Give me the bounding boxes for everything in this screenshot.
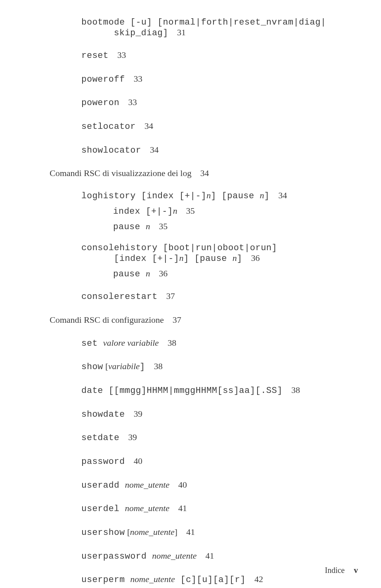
loghistory-page: 34: [278, 190, 287, 200]
usershow-prefix: usershow: [81, 528, 125, 538]
poweron-text: poweron: [81, 98, 119, 108]
section-config-page: 37: [173, 315, 181, 325]
index-page: 35: [186, 206, 195, 216]
loghistory-mid: ] [pause: [211, 191, 260, 201]
entry-poweron: poweron 33: [50, 96, 381, 109]
entry-show: show [variabile] 38: [50, 360, 381, 373]
page-content: bootmode [-u] [normal|forth|reset_nvram|…: [0, 0, 381, 588]
usershow-rbrak: ]: [175, 527, 177, 537]
reset-page: 33: [117, 50, 126, 60]
date-page: 38: [291, 385, 300, 395]
footer-label: Indice: [325, 566, 345, 575]
userdel-page: 41: [178, 503, 187, 513]
entry-date: date [[mmgg]HHMM|mmggHHMM[ss]aa][.SS] 38: [50, 384, 381, 397]
entry-setdate: setdate 39: [50, 431, 381, 444]
password-page: 40: [134, 456, 142, 466]
consolehistory-l2a: [index [+|-]: [114, 254, 179, 264]
entry-userdel: userdel nome_utente 41: [50, 502, 381, 515]
poweroff-text: poweroff: [81, 75, 125, 84]
show-prefix: show: [81, 362, 103, 372]
loghistory-n1: n: [206, 190, 211, 200]
setdate-text: setdate: [81, 433, 119, 443]
footer: Indice v: [325, 565, 358, 575]
usershow-lbrak: [: [125, 527, 130, 537]
showlocator-page: 34: [150, 145, 159, 155]
entry-bootmode: bootmode [-u] [normal|forth|reset_nvram|…: [50, 17, 381, 38]
showlocator-text: showlocator: [81, 146, 141, 155]
userperm-prefix: userperm: [81, 575, 130, 585]
consolehistory-l2n2: n: [233, 253, 237, 263]
poweron-page: 33: [128, 97, 137, 107]
setdate-page: 39: [128, 432, 137, 442]
useradd-prefix: useradd: [81, 481, 125, 490]
set-prefix: set: [81, 339, 103, 349]
entry-pause2: pause n 36: [81, 268, 381, 279]
loghistory-prefix: loghistory [index [+|-]: [81, 191, 206, 201]
section-config-text: Comandi RSC di configurazione: [50, 315, 164, 325]
pause2-prefix: pause: [113, 269, 146, 279]
entry-pause1: pause n 35: [81, 221, 381, 232]
show-rbrak: ]: [140, 362, 145, 372]
entry-index: index [+|-]n 35: [81, 206, 381, 216]
entry-reset: reset 33: [50, 49, 381, 62]
entry-userpassword: userpassword nome_utente 41: [50, 550, 381, 563]
show-args: variabile: [108, 361, 140, 371]
showdate-page: 39: [134, 409, 142, 419]
entry-consolehistory: consolehistory [boot|run|oboot|orun] [in…: [50, 243, 381, 279]
entry-userperm: userperm nome_utente [c][u][a][r] 42: [50, 573, 381, 586]
consolehistory-page: 36: [251, 253, 260, 263]
consolehistory-l2b: ] [pause: [183, 254, 232, 264]
entry-poweroff: poweroff 33: [50, 73, 381, 86]
userpassword-prefix: userpassword: [81, 552, 152, 561]
userperm-suffix: [c][u][a][r]: [175, 575, 246, 585]
entry-set: set valore variabile 38: [50, 337, 381, 350]
entry-showlocator: showlocator 34: [50, 144, 381, 157]
setlocator-text: setlocator: [81, 122, 136, 132]
pause1-n: n: [146, 221, 150, 231]
index-prefix: index [+|-]: [113, 207, 173, 216]
loghistory-suffix: ]: [264, 191, 269, 201]
section-log-page: 34: [200, 168, 209, 178]
show-page: 38: [154, 361, 163, 371]
setlocator-page: 34: [144, 121, 153, 131]
password-text: password: [81, 457, 125, 467]
entry-useradd: useradd nome_utente 40: [50, 479, 381, 492]
userpassword-args: nome_utente: [152, 551, 196, 561]
entry-setlocator: setlocator 34: [50, 120, 381, 133]
bootmode-line2: skip_diag]: [114, 28, 168, 38]
bootmode-line1: bootmode [-u] [normal|forth|reset_nvram|…: [81, 17, 326, 27]
set-args: valore variabile: [103, 338, 159, 348]
consolehistory-line1: consolehistory [boot|run|oboot|orun]: [81, 243, 277, 253]
showdate-text: showdate: [81, 410, 125, 419]
usershow-page: 41: [186, 527, 195, 537]
consolehistory-l2n1: n: [179, 253, 183, 263]
userdel-prefix: userdel: [81, 504, 125, 514]
consolerestart-page: 37: [166, 291, 175, 301]
section-config: Comandi RSC di configurazione 37: [50, 314, 381, 326]
index-n: n: [173, 206, 177, 216]
entry-password: password 40: [50, 455, 381, 468]
consolehistory-l2c: ]: [237, 254, 242, 264]
pause2-page: 36: [159, 268, 167, 278]
pause1-prefix: pause: [113, 222, 146, 232]
bootmode-page: 31: [177, 27, 186, 37]
entry-loghistory: loghistory [index [+|-]n] [pause n] 34 i…: [50, 190, 381, 232]
show-lbrak: [: [103, 361, 108, 371]
usershow-args: nome_utente: [130, 527, 174, 537]
date-text: date [[mmgg]HHMM|mmggHHMM[ss]aa][.SS]: [81, 386, 283, 396]
loghistory-n2: n: [260, 190, 264, 200]
entry-showdate: showdate 39: [50, 408, 381, 421]
pause1-page: 35: [159, 221, 167, 231]
section-log: Comandi RSC di visualizzazione dei log 3…: [50, 167, 381, 179]
useradd-args: nome_utente: [125, 480, 169, 490]
userdel-args: nome_utente: [125, 503, 169, 513]
section-log-text: Comandi RSC di visualizzazione dei log: [50, 168, 191, 178]
userpassword-page: 41: [206, 551, 214, 561]
poweroff-page: 33: [134, 74, 142, 84]
pause2-n: n: [146, 268, 150, 278]
userperm-args: nome_utente: [130, 574, 175, 584]
entry-usershow: usershow [nome_utente] 41: [50, 526, 381, 539]
set-page: 38: [167, 338, 176, 348]
useradd-page: 40: [178, 480, 187, 490]
reset-text: reset: [81, 51, 109, 61]
